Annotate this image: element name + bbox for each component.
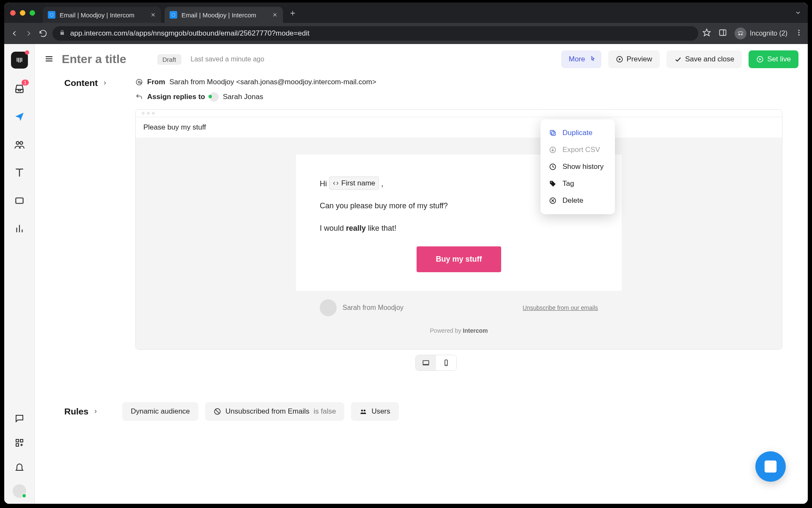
email-title-input[interactable] [62, 52, 151, 66]
reply-icon [135, 93, 143, 101]
presence-dot [208, 95, 212, 98]
lock-icon [59, 29, 65, 38]
close-window-icon[interactable] [10, 10, 16, 16]
chevron-right-icon [102, 80, 108, 86]
close-tab-icon[interactable] [150, 12, 156, 18]
device-preview-toggle [64, 350, 808, 384]
intercom-launcher[interactable] [755, 451, 786, 482]
incognito-indicator[interactable]: Incognito (2) [735, 28, 787, 39]
duplicate-icon [549, 129, 557, 137]
chip-unsubscribed[interactable]: Unsubscribed from Emails is false [205, 402, 344, 421]
address-input[interactable]: app.intercom.com/a/apps/nnsgmgob/outboun… [52, 26, 698, 41]
set-live-label: Set live [767, 55, 791, 64]
svg-rect-0 [50, 14, 53, 17]
svg-point-13 [798, 34, 800, 36]
intercom-logo[interactable] [11, 52, 28, 69]
chip-dynamic-audience[interactable]: Dynamic audience [122, 402, 198, 421]
sidebar-item-operator[interactable] [12, 193, 27, 208]
dropdown-item-export-csv[interactable]: Export CSV [540, 141, 615, 158]
url-text: app.intercom.com/a/apps/nnsgmgob/outboun… [70, 29, 310, 38]
subject-text: Please buy my stuff [143, 123, 206, 131]
intercom-favicon-icon [48, 11, 55, 19]
set-live-button[interactable]: Set live [749, 50, 798, 68]
desktop-preview-button[interactable] [416, 355, 436, 370]
svg-marker-6 [703, 29, 710, 36]
new-tab-button[interactable]: ＋ [286, 6, 299, 19]
tab-title: Email | Moodjoy | Intercom [181, 11, 268, 19]
sidebar-item-apps[interactable] [12, 435, 27, 450]
more-menu-button[interactable]: More [561, 50, 601, 68]
editor-topbar: Draft Last saved a minute ago More Previ… [35, 44, 808, 75]
chrome-tab-strip: Email | Moodjoy | Intercom Email | Moodj… [4, 3, 808, 23]
browser-tab[interactable]: Email | Moodjoy | Intercom [43, 7, 161, 23]
from-row[interactable]: From Sarah from Moodjoy <sarah.jonas@moo… [135, 78, 808, 86]
variable-first-name[interactable]: First name [329, 177, 379, 190]
email-preview-card: Please buy my stuff Hi First name , [135, 109, 782, 350]
code-icon [333, 180, 339, 186]
tabs-overflow-icon[interactable] [792, 9, 804, 16]
incognito-icon [735, 28, 746, 39]
reload-button[interactable] [38, 28, 48, 39]
dropdown-item-tag[interactable]: Tag [540, 175, 615, 192]
chrome-address-bar: app.intercom.com/a/apps/nnsgmgob/outboun… [4, 23, 808, 44]
star-icon[interactable] [702, 28, 711, 39]
preview-button[interactable]: Preview [608, 50, 660, 68]
window-frame: Email | Moodjoy | Intercom Email | Moodj… [4, 3, 808, 504]
assign-row[interactable]: Assign replies to Sarah Jonas [135, 92, 808, 102]
status-badge-draft: Draft [157, 54, 181, 65]
email-card-chrome [136, 110, 782, 117]
sidebar-item-alerts[interactable] [12, 460, 27, 475]
intercom-favicon-icon [170, 11, 177, 19]
from-label: From [147, 78, 165, 86]
download-icon [549, 146, 557, 154]
chevron-right-icon [93, 409, 99, 414]
browser-tab-active[interactable]: Email | Moodjoy | Intercom [165, 7, 283, 23]
dropdown-label: Export CSV [562, 146, 600, 154]
unsubscribe-link[interactable]: Unsubscribe from our emails [523, 304, 598, 311]
maximize-window-icon[interactable] [30, 10, 35, 16]
body-line2b: really [346, 224, 366, 232]
sidebar-item-reports[interactable] [12, 221, 27, 236]
rules-heading-label: Rules [64, 406, 88, 417]
more-label: More [569, 55, 585, 64]
dropdown-label: Duplicate [562, 129, 593, 137]
svg-point-48 [364, 409, 366, 411]
back-button[interactable] [9, 28, 19, 39]
forward-button[interactable] [24, 28, 34, 39]
more-dropdown: Duplicate Export CSV Show history Tag De… [540, 119, 615, 214]
body-line2c: like that! [366, 224, 396, 232]
sidebar-item-outbound[interactable] [12, 109, 27, 124]
email-subject[interactable]: Please buy my stuff [136, 117, 782, 138]
chip-users[interactable]: Users [351, 402, 398, 421]
clock-icon [549, 163, 557, 171]
incognito-label: Incognito (2) [750, 30, 787, 37]
minimize-window-icon[interactable] [20, 10, 25, 16]
sidebar-item-messages[interactable] [12, 411, 27, 426]
email-footer: Sarah from Moodjoy Unsubscribe from our … [296, 291, 622, 320]
content-heading-label: Content [64, 78, 98, 88]
sidebar-item-articles[interactable] [12, 165, 27, 180]
content-heading[interactable]: Content [64, 78, 108, 88]
dropdown-item-delete[interactable]: Delete [540, 192, 615, 209]
sender-avatar [320, 299, 337, 316]
dropdown-item-show-history[interactable]: Show history [540, 158, 615, 175]
save-close-button[interactable]: Save and close [667, 50, 742, 68]
svg-point-19 [20, 141, 23, 144]
play-circle-icon [616, 55, 623, 63]
mobile-icon [442, 359, 450, 367]
sidebar-item-inbox[interactable]: 1 [12, 81, 27, 97]
svg-rect-20 [16, 198, 23, 204]
rules-heading[interactable]: Rules [64, 406, 99, 417]
sidebar-avatar[interactable] [13, 484, 26, 498]
close-tab-icon[interactable] [272, 12, 278, 18]
kebab-menu-icon[interactable] [795, 29, 803, 38]
dropdown-item-duplicate[interactable]: Duplicate [540, 124, 615, 141]
sidebar-item-contacts[interactable] [12, 137, 27, 152]
svg-line-46 [216, 409, 219, 413]
email-cta-button[interactable]: Buy my stuff [417, 246, 501, 272]
mobile-preview-button[interactable] [436, 355, 456, 370]
powered-brand: Intercom [463, 327, 488, 334]
svg-rect-3 [172, 14, 175, 17]
toggle-sidebar-button[interactable] [44, 54, 55, 65]
side-panel-icon[interactable] [719, 28, 727, 39]
